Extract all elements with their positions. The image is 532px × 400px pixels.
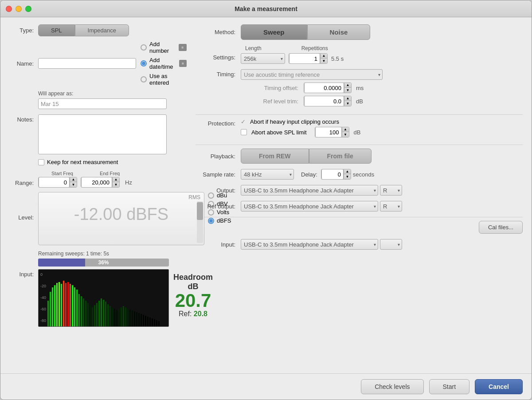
progress-bar-fill	[38, 259, 85, 267]
ref-level-input[interactable]	[304, 96, 344, 106]
output-device-select[interactable]: USB-C to 3.5mm Headphone Jack Adapter	[241, 185, 378, 196]
type-selector: SPL Impedance	[38, 24, 129, 36]
scroll-thumb	[197, 202, 203, 220]
checkmark-icon: ✓	[241, 118, 246, 125]
abort-spl-row: Abort above SPL limit ▲ ▼ dB	[241, 127, 360, 137]
abort-spl-checkbox[interactable]	[241, 129, 247, 135]
svg-text:-20: -20	[40, 284, 46, 288]
method-row: Method: Sweep Noise	[196, 24, 523, 40]
timing-offset-input[interactable]	[304, 82, 344, 93]
output-device-wrapper: USB-C to 3.5mm Headphone Jack Adapter	[241, 185, 378, 196]
notes-input[interactable]	[38, 114, 167, 154]
input-device-select[interactable]: USB-C to 3.5mm Headphone Jack Adapter	[241, 239, 378, 250]
svg-rect-35	[114, 309, 115, 327]
offset-down[interactable]: ▼	[344, 88, 351, 93]
abort-heavy-row: ✓ Abort if heavy input clipping occurs	[241, 118, 360, 125]
left-panel: Type: SPL Impedance Name: Add number ≡	[9, 24, 187, 366]
rep-up[interactable]: ▲	[320, 53, 327, 59]
ref-output-device-select[interactable]: USB-C to 3.5mm Headphone Jack Adapter	[241, 201, 378, 212]
end-freq-down[interactable]: ▼	[112, 182, 119, 188]
svg-rect-18	[76, 290, 78, 327]
ref-output-channel-select[interactable]: R	[380, 201, 402, 212]
name-input[interactable]	[38, 58, 136, 69]
svg-rect-25	[92, 307, 93, 327]
use-as-entered-radio[interactable]	[141, 76, 147, 82]
ref-output-row: Ref output: USB-C to 3.5mm Headphone Jac…	[196, 201, 523, 212]
abort-spl-label: Abort above SPL limit	[251, 129, 307, 136]
ref-output-device-wrapper: USB-C to 3.5mm Headphone Jack Adapter	[241, 201, 378, 212]
cal-files-button[interactable]: Cal files...	[479, 221, 523, 234]
protection-content: ✓ Abort if heavy input clipping occurs A…	[241, 118, 360, 139]
check-levels-button[interactable]: Check levels	[361, 379, 423, 394]
timing-offset-label: Timing offset:	[241, 85, 298, 91]
minimize-button[interactable]	[16, 6, 22, 12]
spl-down[interactable]: ▼	[342, 132, 349, 137]
range-section: Range: Start Freq End Freq ▲ ▼	[9, 171, 187, 188]
rep-down[interactable]: ▼	[320, 59, 327, 64]
delay-input[interactable]	[321, 169, 344, 180]
sample-rate-row: Sample rate: 48 kHz Delay: ▲ ▼ seconds	[196, 169, 523, 180]
playback-file-button[interactable]: From file	[309, 149, 372, 164]
close-button[interactable]	[6, 6, 12, 12]
add-datetime-radio[interactable]	[141, 60, 147, 67]
main-content: Type: SPL Impedance Name: Add number ≡	[0, 17, 532, 373]
title-bar: Make a measurement	[0, 0, 532, 17]
notes-label: Notes:	[9, 114, 34, 123]
svg-rect-41	[127, 309, 129, 327]
level-display: RMS -12.00 dBFS	[38, 192, 204, 245]
start-button[interactable]: Start	[429, 379, 470, 394]
method-noise-button[interactable]: Noise	[307, 24, 371, 40]
reflevel-up[interactable]: ▲	[344, 96, 351, 101]
svg-rect-46	[138, 313, 140, 327]
end-freq-up[interactable]: ▲	[112, 177, 119, 182]
duration-label: 5.5 s	[331, 55, 344, 62]
reflevel-down[interactable]: ▼	[344, 101, 351, 106]
output-channel-select[interactable]: R	[380, 185, 402, 196]
sample-rate-select-wrapper: 48 kHz	[241, 169, 294, 180]
type-impedance-button[interactable]: Impedance	[75, 24, 129, 36]
spl-limit-input[interactable]	[315, 127, 342, 137]
traffic-lights	[6, 6, 31, 12]
start-freq-input[interactable]	[39, 177, 70, 188]
keep-next-checkbox[interactable]	[38, 159, 44, 165]
start-freq-up[interactable]: ▲	[70, 177, 77, 182]
offset-up[interactable]: ▲	[344, 82, 351, 88]
playback-rew-button[interactable]: From REW	[241, 149, 309, 164]
type-spl-button[interactable]: SPL	[38, 24, 75, 36]
maximize-button[interactable]	[25, 6, 31, 12]
spl-up[interactable]: ▲	[342, 127, 349, 132]
end-freq-header: End Freq	[100, 171, 120, 176]
add-number-radio[interactable]	[141, 44, 147, 51]
add-number-row: Add number ≡	[141, 41, 187, 54]
input-content: 0 -20 -40 -60 -80	[38, 269, 213, 327]
svg-rect-12	[63, 281, 64, 327]
svg-rect-22	[85, 301, 86, 327]
input-channel-wrapper	[380, 239, 402, 250]
length-select[interactable]: 256k	[241, 53, 285, 64]
svg-rect-14	[67, 282, 69, 327]
level-scrollbar[interactable]	[197, 201, 203, 243]
repetitions-input[interactable]	[289, 53, 320, 64]
timing-select-wrapper: Use acoustic timing reference	[241, 69, 383, 80]
timing-select[interactable]: Use acoustic timing reference	[241, 69, 383, 80]
start-freq-down[interactable]: ▼	[70, 182, 77, 188]
timing-label: Timing:	[196, 69, 235, 78]
svg-rect-51	[149, 318, 151, 327]
appear-as-input[interactable]	[38, 98, 167, 109]
input-channel-select[interactable]	[380, 239, 402, 250]
delay-down[interactable]: ▼	[344, 174, 351, 180]
sample-rate-select[interactable]: 48 kHz	[241, 169, 294, 180]
input-section: Input: 0 -20 -40 -60 -80	[9, 269, 187, 327]
output-row: Output: USB-C to 3.5mm Headphone Jack Ad…	[196, 185, 523, 196]
progress-text: 36%	[98, 259, 109, 266]
svg-rect-15	[70, 284, 71, 327]
method-sweep-button[interactable]: Sweep	[241, 24, 307, 40]
playback-label: Playback:	[196, 153, 235, 160]
spl-limit-wrap: ▲ ▼	[315, 127, 349, 137]
svg-rect-52	[152, 318, 153, 327]
delay-up[interactable]: ▲	[344, 169, 351, 174]
end-freq-input[interactable]	[81, 177, 112, 188]
svg-rect-26	[94, 305, 95, 327]
svg-rect-16	[72, 285, 73, 327]
cancel-button[interactable]: Cancel	[475, 379, 523, 394]
